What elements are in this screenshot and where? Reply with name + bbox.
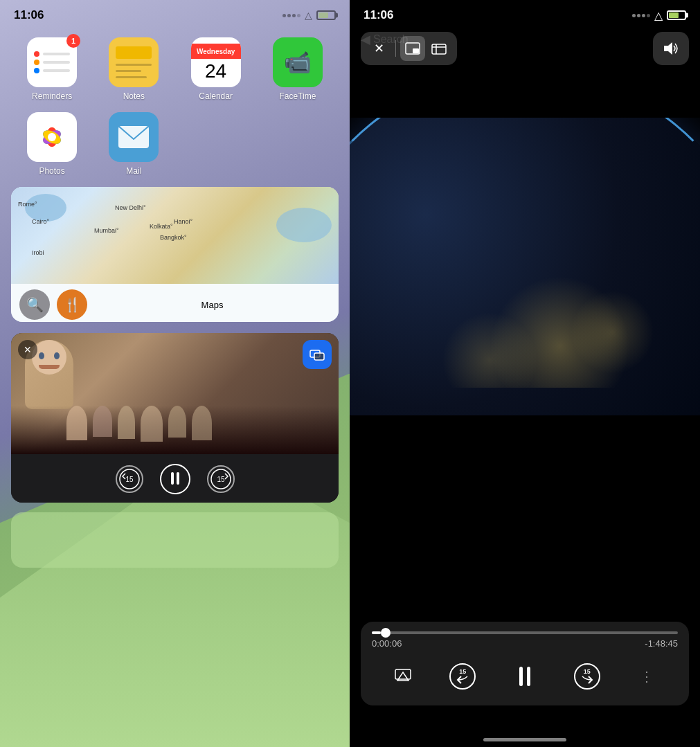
photos-label: Photos	[39, 166, 64, 176]
app-item-calendar[interactable]: Wednesday 24 Calendar	[181, 37, 251, 101]
pause-bar-2	[527, 667, 530, 686]
mail-icon[interactable]	[109, 112, 159, 162]
time-remaining: -1:48:45	[645, 638, 678, 649]
pip-pause-button[interactable]	[160, 464, 190, 494]
facetime-symbol: 📹	[284, 49, 312, 75]
right-panel: 11:06 △ ◀ Search ✕	[350, 0, 700, 747]
svg-rect-15	[413, 48, 419, 53]
map-label-irobi: Irobi	[32, 249, 44, 256]
calendar-icon[interactable]: Wednesday 24	[191, 37, 241, 87]
volume-button[interactable]	[653, 32, 689, 65]
app-item-notes[interactable]: Notes	[98, 37, 169, 101]
pip-skip-back[interactable]: 15	[116, 465, 143, 493]
notes-icon[interactable]	[109, 37, 159, 87]
crowd-figures	[66, 406, 339, 447]
skip-back-label: 15	[459, 669, 466, 675]
reminders-badge: 1	[66, 34, 80, 48]
reminders-icon[interactable]: 1	[27, 37, 77, 87]
pause-play-button[interactable]	[505, 657, 544, 696]
maps-background: Rome° Cairo° New Delhi° Kolkata° Mumbai°…	[11, 187, 339, 284]
player-controls: 0:00:06 -1:48:45 15	[361, 622, 689, 705]
calendar-weekday: Wednesday	[191, 44, 241, 59]
svg-text:15: 15	[217, 476, 225, 483]
calendar-date: 24	[205, 62, 226, 81]
right-status-icons: △	[632, 9, 686, 22]
reminders-label: Reminders	[32, 91, 72, 101]
battery-icon-right	[667, 10, 686, 20]
airplay-button[interactable]	[386, 660, 420, 693]
skip-forward-label: 15	[584, 669, 591, 675]
wifi-icon-left: △	[305, 10, 312, 21]
svg-point-6	[48, 133, 56, 141]
progress-bar[interactable]	[372, 631, 678, 634]
map-label-cairo: Cairo°	[32, 218, 49, 225]
mail-symbol	[118, 125, 150, 149]
home-indicator	[483, 738, 566, 741]
app-item-reminders[interactable]: 1 Reminders	[17, 37, 87, 101]
app-item-mail[interactable]: Mail	[98, 112, 169, 176]
map-label-hanoi: Hanoi°	[174, 218, 192, 225]
skip-back-icon: 15	[118, 468, 141, 490]
skip-forward-icon: 15	[210, 468, 232, 490]
pip-expand-icon	[309, 347, 325, 362]
pip-container: ✕ 15	[11, 333, 339, 503]
maps-food-button[interactable]: 🍴	[57, 289, 87, 320]
status-bar-right: 11:06 △	[350, 0, 700, 26]
left-time: 11:06	[14, 8, 44, 22]
pip-close-button[interactable]: ✕	[18, 340, 37, 359]
left-status-icons: △	[282, 10, 336, 21]
maps-widget: Rome° Cairo° New Delhi° Kolkata° Mumbai°…	[11, 187, 339, 322]
facetime-label: FaceTime	[279, 91, 316, 101]
left-panel: 11:06 △	[0, 0, 350, 747]
calendar-label: Calendar	[199, 91, 233, 101]
app-grid: 1 Reminders Notes Wednesday 24 Calendar	[0, 26, 350, 187]
map-label-newdelhi: New Delhi°	[115, 204, 146, 211]
close-video-button[interactable]: ✕	[366, 36, 391, 61]
map-label-mumbai: Mumbai°	[94, 227, 119, 234]
divider	[395, 40, 396, 57]
pip-controls: 15 15	[11, 454, 339, 503]
resize-icon	[431, 42, 447, 55]
more-options-button[interactable]: ⋮	[630, 660, 663, 693]
app-item-photos[interactable]: Photos	[17, 112, 87, 176]
facetime-icon[interactable]: 📹	[273, 37, 323, 87]
notes-label: Notes	[123, 91, 145, 101]
pip-icon	[405, 42, 420, 55]
skip-forward-15-button[interactable]: 15	[574, 663, 600, 690]
pip-video: ✕	[11, 333, 339, 454]
fork-icon: 🍴	[64, 296, 81, 313]
player-btn-row: 15 15 ⋮	[372, 657, 678, 696]
resize-button[interactable]	[427, 36, 451, 61]
pause-icon	[171, 472, 179, 487]
pip-expand-button[interactable]	[303, 340, 332, 369]
time-elapsed: 0:00:06	[372, 638, 402, 649]
time-row: 0:00:06 -1:48:45	[372, 638, 678, 649]
progress-scrubber[interactable]	[381, 628, 391, 638]
map-label-bangkok: Bangkok°	[160, 234, 187, 241]
pip-skip-forward[interactable]: 15	[207, 465, 235, 493]
mail-label: Mail	[126, 166, 141, 176]
pause-bar-1	[519, 667, 523, 686]
maps-search-button[interactable]: 🔍	[19, 289, 50, 320]
status-bar-left: 11:06 △	[0, 0, 350, 26]
map-label-kolkata: Kolkata°	[150, 223, 173, 230]
green-widget	[11, 512, 339, 568]
search-icon: 🔍	[26, 296, 44, 313]
battery-icon-left	[316, 10, 336, 20]
airplay-icon	[393, 668, 413, 685]
pip-toggle-button[interactable]	[400, 36, 425, 61]
top-controls: ✕	[350, 26, 700, 71]
map-label-rome: Rome°	[18, 201, 37, 208]
earth-lights	[350, 249, 700, 388]
app-item-facetime[interactable]: 📹 FaceTime	[262, 37, 333, 101]
progress-fill	[372, 631, 381, 634]
svg-rect-9	[314, 353, 324, 360]
skip-back-15-button[interactable]: 15	[449, 663, 476, 690]
volume-icon	[663, 42, 679, 55]
skip-back-arrow	[456, 675, 469, 685]
video-frame	[350, 118, 700, 415]
signal-icon	[282, 14, 300, 17]
signal-icon-right	[632, 14, 650, 17]
skip-forward-arrow	[580, 675, 594, 685]
photos-icon[interactable]	[27, 112, 77, 162]
